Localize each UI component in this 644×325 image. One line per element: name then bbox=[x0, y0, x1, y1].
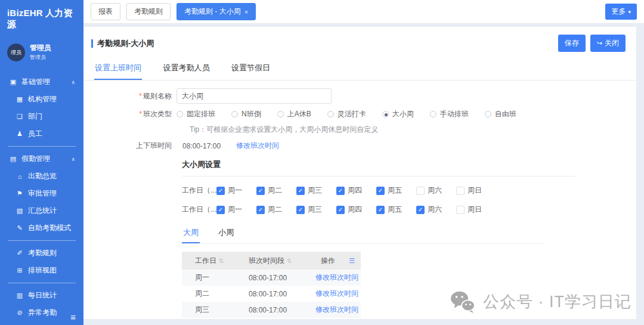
tab-small-week[interactable]: 小周 bbox=[217, 225, 235, 243]
radio-free-shift[interactable]: 自由班 bbox=[485, 109, 516, 119]
week-type-tab-bar: 大周 小周 bbox=[182, 225, 544, 244]
check-icon: ✓ bbox=[298, 207, 303, 213]
more-label: 更多 bbox=[611, 7, 626, 17]
checkbox-box: ✓ bbox=[336, 206, 345, 214]
column-shift-time[interactable]: 班次时间段⇅ bbox=[249, 256, 313, 266]
sidebar-item-department[interactable]: ❏ 部门 bbox=[0, 108, 83, 125]
radio-n-shift[interactable]: N班倒 bbox=[231, 109, 261, 119]
checkbox-week2-mon[interactable]: ✓周一 bbox=[216, 205, 256, 215]
checkbox-week1-sun[interactable]: ✓周日 bbox=[456, 185, 496, 196]
modify-shift-time-link[interactable]: 修改班次时间 bbox=[315, 273, 358, 281]
radio-circle bbox=[485, 111, 491, 117]
checkbox-week1-tue[interactable]: ✓周二 bbox=[256, 185, 296, 196]
rule-name-label: *规则名称 bbox=[95, 91, 172, 101]
column-filter-icon[interactable]: ☰ bbox=[349, 257, 361, 265]
tab-label: 报表 bbox=[98, 7, 113, 17]
sidebar-group-leave-management[interactable]: ▤ 假勤管理 ∧ bbox=[0, 150, 83, 168]
radio-flexible-punch[interactable]: 灵活打卡 bbox=[327, 109, 366, 119]
sidebar-item-org-management[interactable]: ▦ 机构管理 bbox=[0, 91, 83, 108]
checkbox-week2-fri[interactable]: ✓周五 bbox=[376, 205, 416, 215]
radio-big-small-week[interactable]: 大小周 bbox=[382, 109, 414, 119]
tab-set-holidays[interactable]: 设置节假日 bbox=[231, 59, 271, 80]
tab-attendance-rule-daxiaozhou[interactable]: 考勤规则 - 大小周 × bbox=[177, 3, 256, 20]
tab-big-week[interactable]: 大周 bbox=[182, 225, 200, 243]
check-icon: ✓ bbox=[338, 207, 343, 213]
sort-icon[interactable]: ⇅ bbox=[219, 258, 224, 264]
user-profile[interactable]: 理员 管理员 管理员 bbox=[0, 34, 83, 65]
shift-type-row: *班次类型 固定排班 N班倒 上A休B 灵活打卡 大小周 手动排班 自由班 bbox=[95, 109, 624, 119]
watermark-text: 公众号 · IT学习日记 bbox=[483, 291, 631, 312]
checkbox-box: ✓ bbox=[256, 206, 265, 214]
modify-shift-time-link[interactable]: 修改班次时间 bbox=[315, 305, 358, 314]
item-label: 考勤规则 bbox=[28, 248, 76, 258]
table-row: 周一 08:00-17:00 修改班次时间 bbox=[182, 270, 361, 286]
required-mark: * bbox=[139, 92, 142, 100]
user-name: 管理员 bbox=[30, 44, 51, 52]
modify-shift-time-link[interactable]: 修改班次时间 bbox=[236, 141, 279, 151]
sidebar-item-attendance-overview[interactable]: ⌂ 出勤总览 bbox=[0, 168, 83, 185]
checkbox-week1-fri[interactable]: ✓周五 bbox=[376, 185, 416, 196]
modify-shift-time-link[interactable]: 修改班次时间 bbox=[315, 289, 358, 298]
sidebar-item-daily-statistics[interactable]: ▥ 每日统计 bbox=[0, 287, 83, 304]
app-logo: iBizEHR 人力资源 bbox=[0, 0, 83, 34]
sidebar-item-summary-statistics[interactable]: ▧ 汇总统计 bbox=[0, 202, 83, 219]
abnormal-icon: ⊘ bbox=[16, 309, 24, 317]
checkbox-week1-sat[interactable]: ✓周六 bbox=[416, 185, 456, 196]
checkbox-week1-wed[interactable]: ✓周三 bbox=[296, 185, 336, 196]
sidebar-item-self-attendance-mode[interactable]: ✎ 自助考勤模式 bbox=[0, 219, 83, 237]
group-label: 基础管理 bbox=[21, 77, 67, 87]
check-icon: ✓ bbox=[298, 188, 303, 194]
check-icon: ✓ bbox=[258, 188, 263, 194]
checkbox-week1-thu[interactable]: ✓周四 bbox=[336, 185, 376, 196]
tab-report[interactable]: 报表 bbox=[91, 3, 120, 20]
sidebar-collapse-icon[interactable]: ≡ bbox=[70, 312, 76, 322]
sidebar-item-approval-management[interactable]: ⚑ 审批管理 bbox=[0, 185, 83, 202]
item-label: 部门 bbox=[28, 112, 76, 122]
sidebar-item-attendance-rules[interactable]: ✐ 考勤规则 bbox=[0, 244, 83, 262]
radio-work-a-rest-b[interactable]: 上A休B bbox=[277, 109, 311, 119]
rule-form: *规则名称 *班次类型 固定排班 N班倒 上A休B 灵活打卡 大小周 手动排班 … bbox=[83, 81, 636, 319]
table-row: 周四 08:00-17:00 修改班次时间 bbox=[182, 318, 361, 319]
item-label: 汇总统计 bbox=[28, 206, 76, 216]
column-workday[interactable]: 工作日⇅ bbox=[182, 256, 249, 266]
close-button[interactable]: ↪ 关闭 bbox=[590, 35, 626, 52]
shift-type-tip: Tip：可根据企业需求设置大小周，大周小周休息时间自定义 bbox=[190, 125, 624, 135]
page-title: 考勤规则-大小周 bbox=[97, 38, 558, 49]
department-icon: ❏ bbox=[16, 113, 24, 120]
checkbox-box: ✓ bbox=[256, 187, 265, 195]
save-button[interactable]: 保存 bbox=[558, 35, 586, 52]
work-time-row: 上下班时间 08:00-17:00 修改班次时间 bbox=[95, 141, 624, 151]
checkbox-week2-tue[interactable]: ✓周二 bbox=[256, 205, 296, 215]
building-icon: ▦ bbox=[16, 95, 24, 103]
tab-set-work-time[interactable]: 设置上班时间 bbox=[94, 59, 142, 80]
item-label: 异常考勤 bbox=[28, 308, 76, 318]
panel-header: 考勤规则-大小周 保存 ↪ 关闭 bbox=[83, 27, 636, 59]
workday-cell: 周三 bbox=[182, 305, 249, 315]
avatar: 理员 bbox=[7, 44, 25, 61]
checkbox-week2-sat[interactable]: ✓周六 bbox=[416, 205, 456, 215]
checkbox-week1-mon[interactable]: ✓周一 bbox=[216, 185, 256, 196]
chevron-up-icon: ∧ bbox=[71, 79, 75, 85]
radio-manual-schedule[interactable]: 手动排班 bbox=[430, 109, 469, 119]
table-row: 周二 08:00-17:00 修改班次时间 bbox=[182, 286, 361, 302]
checkbox-week2-sun[interactable]: ✓周日 bbox=[456, 205, 496, 215]
shift-type-label: *班次类型 bbox=[95, 109, 172, 119]
radio-fixed-schedule[interactable]: 固定排班 bbox=[177, 109, 215, 119]
check-icon: ✓ bbox=[258, 207, 263, 213]
checkbox-week2-thu[interactable]: ✓周四 bbox=[336, 205, 376, 215]
sort-icon[interactable]: ⇅ bbox=[287, 258, 292, 264]
daily-report-icon: ▥ bbox=[16, 292, 24, 299]
close-icon[interactable]: × bbox=[244, 8, 248, 16]
check-icon: ✓ bbox=[338, 188, 343, 194]
tab-set-attendance-staff[interactable]: 设置考勤人员 bbox=[162, 59, 210, 80]
sidebar-item-schedule-view[interactable]: ⊞ 排班视图 bbox=[0, 262, 83, 279]
checkbox-box: ✓ bbox=[416, 206, 425, 214]
rule-name-input[interactable] bbox=[177, 88, 332, 104]
tab-attendance-rules[interactable]: 考勤规则 bbox=[126, 3, 171, 20]
watermark: 公众号 · IT学习日记 bbox=[450, 290, 631, 313]
checkbox-week2-wed[interactable]: ✓周三 bbox=[296, 205, 336, 215]
shift-table: 工作日⇅ 班次时间段⇅ 操作 ☰ 周一 08:00-17:00 修改班次时间 周… bbox=[182, 252, 361, 319]
sidebar-group-basic-management[interactable]: ▣ 基础管理 ∧ bbox=[0, 73, 83, 91]
more-button[interactable]: 更多 ▾ bbox=[605, 4, 637, 20]
sidebar-item-employee[interactable]: ♟ 员工 bbox=[0, 125, 83, 143]
